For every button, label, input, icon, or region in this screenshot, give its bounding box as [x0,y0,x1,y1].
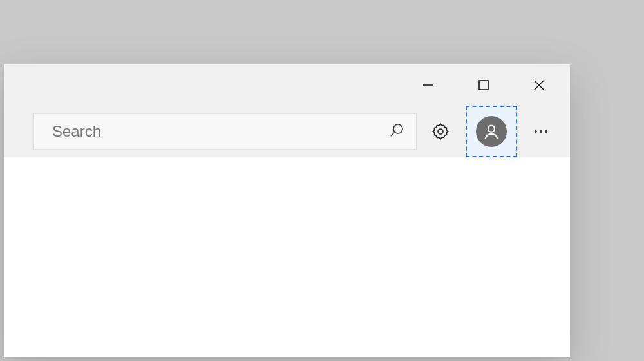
maximize-icon [477,79,490,92]
search-icon [389,122,404,141]
svg-point-6 [438,129,443,134]
close-button[interactable] [531,77,547,93]
settings-button[interactable] [422,113,459,150]
maximize-button[interactable] [476,77,491,93]
account-highlight [466,106,517,157]
titlebar [4,64,570,106]
minimize-icon [422,79,435,92]
window-chrome [4,64,570,157]
more-button[interactable] [522,113,560,150]
svg-point-9 [540,130,542,133]
search-box[interactable] [33,113,417,150]
content-area [4,157,570,357]
toolbar [4,106,570,157]
search-input[interactable] [51,122,389,141]
svg-point-10 [545,130,547,133]
app-window [4,64,570,357]
svg-point-7 [488,126,495,132]
minimize-button[interactable] [421,77,436,93]
svg-point-8 [535,130,537,133]
account-button[interactable] [476,116,507,147]
gear-icon [431,122,450,141]
close-icon [533,79,545,92]
svg-line-5 [391,133,395,137]
person-icon [482,122,501,141]
svg-point-4 [393,124,402,133]
ellipsis-icon [532,122,550,141]
svg-rect-1 [479,81,488,90]
